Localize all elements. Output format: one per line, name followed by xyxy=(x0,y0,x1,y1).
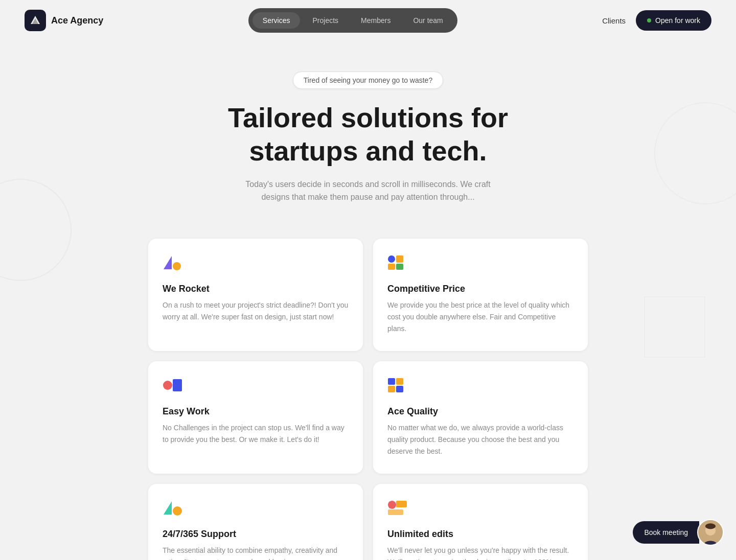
svg-rect-18 xyxy=(388,509,403,515)
card-rocket-desc: On a rush to meet your project's strict … xyxy=(163,299,349,323)
hero-section: Tired of seeing your money go to waste? … xyxy=(0,41,736,239)
svg-rect-5 xyxy=(396,255,403,263)
svg-rect-12 xyxy=(388,386,395,392)
card-support-desc: The essential ability to combine empathy… xyxy=(163,545,349,560)
card-support-icon xyxy=(163,500,183,521)
svg-point-3 xyxy=(173,262,181,270)
nav-menu: Services Projects Members Our team xyxy=(248,8,457,33)
brand-logo[interactable]: Ace Agency xyxy=(25,10,103,31)
svg-point-4 xyxy=(388,255,395,263)
nav-link-services[interactable]: Services xyxy=(252,12,301,29)
svg-rect-17 xyxy=(396,501,407,507)
brand-name: Ace Agency xyxy=(51,15,103,26)
card-easy-icon xyxy=(163,378,183,398)
card-quality-desc: No matter what we do, we always provide … xyxy=(387,422,573,457)
svg-point-15 xyxy=(173,506,182,516)
svg-point-8 xyxy=(163,381,172,390)
open-for-work-button[interactable]: Open for work xyxy=(636,10,711,31)
card-rocket-icon xyxy=(163,255,183,275)
card-rocket-title: We Rocket xyxy=(163,284,349,294)
svg-marker-2 xyxy=(164,256,172,269)
book-meeting-widget: Book meeting xyxy=(633,519,724,546)
nav-right: Clients Open for work xyxy=(602,10,711,31)
clients-link[interactable]: Clients xyxy=(602,16,626,25)
hero-title: Tailored solutions for startups and tech… xyxy=(189,101,547,168)
hero-badge: Tired of seeing your money go to waste? xyxy=(293,72,443,89)
svg-marker-14 xyxy=(164,501,172,515)
card-easy: Easy Work No Challenges in the project c… xyxy=(148,361,363,474)
card-support: 24/7/365 Support The essential ability t… xyxy=(148,484,363,560)
card-edits-title: Unlimited edits xyxy=(387,529,573,540)
nav-link-members[interactable]: Members xyxy=(351,12,401,29)
status-dot xyxy=(647,18,651,22)
card-easy-title: Easy Work xyxy=(163,406,349,417)
book-meeting-button[interactable]: Book meeting xyxy=(633,521,699,544)
card-price-desc: We provide you the best price at the lev… xyxy=(387,299,573,335)
card-edits-desc: We'll never let you go unless you're hap… xyxy=(387,545,573,560)
navbar: Ace Agency Services Projects Members Our… xyxy=(0,0,736,41)
card-price-title: Competitive Price xyxy=(387,284,573,294)
card-support-title: 24/7/365 Support xyxy=(163,529,349,540)
card-price-icon xyxy=(387,255,408,275)
card-easy-desc: No Challenges in the project can stop us… xyxy=(163,422,349,446)
card-rocket: We Rocket On a rush to meet your project… xyxy=(148,239,363,351)
card-edits-icon xyxy=(387,500,408,521)
svg-point-16 xyxy=(388,501,396,509)
nav-link-our-team[interactable]: Our team xyxy=(403,12,453,29)
logo-icon xyxy=(25,10,46,31)
svg-rect-7 xyxy=(396,264,403,270)
svg-point-22 xyxy=(705,523,716,529)
svg-rect-9 xyxy=(173,379,182,391)
card-quality-icon xyxy=(387,378,408,398)
card-quality-title: Ace Quality xyxy=(387,406,573,417)
hero-subtitle: Today's users decide in seconds and scro… xyxy=(245,178,491,204)
book-meeting-avatar xyxy=(697,519,724,546)
card-quality: Ace Quality No matter what we do, we alw… xyxy=(373,361,588,474)
card-price: Competitive Price We provide you the bes… xyxy=(373,239,588,351)
svg-rect-6 xyxy=(388,264,395,270)
svg-rect-10 xyxy=(388,378,395,385)
nav-link-projects[interactable]: Projects xyxy=(302,12,349,29)
card-edits: Unlimited edits We'll never let you go u… xyxy=(373,484,588,560)
svg-rect-13 xyxy=(396,386,403,392)
features-grid: We Rocket On a rush to meet your project… xyxy=(138,239,598,560)
svg-rect-11 xyxy=(396,378,403,385)
bg-decoration-square-right xyxy=(644,296,705,358)
